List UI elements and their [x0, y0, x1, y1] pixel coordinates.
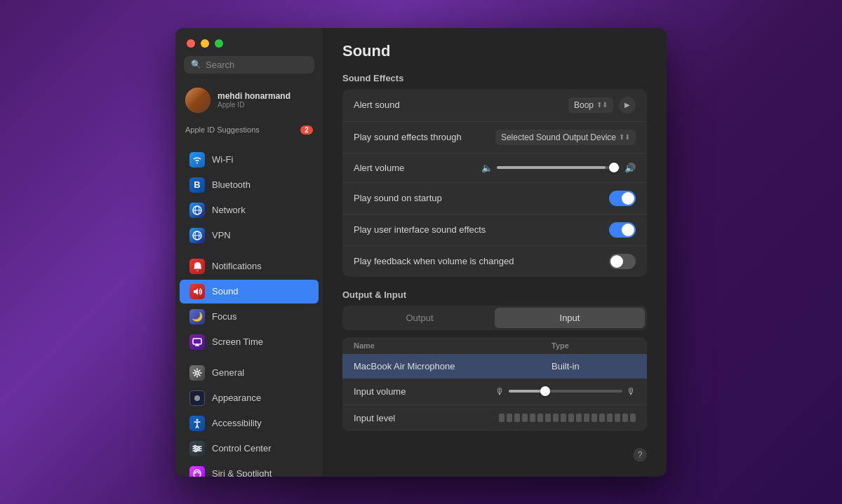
avatar: [185, 88, 210, 113]
main-window: 🔍 mehdi honarmand Apple ID Apple ID Sugg…: [175, 28, 667, 477]
level-bar-4: [522, 414, 528, 422]
alert-sound-play-button[interactable]: ▶: [619, 97, 636, 114]
output-input-title: Output & Input: [342, 290, 647, 300]
feedback-volume-row: Play feedback when volume is changed: [342, 246, 647, 277]
col-type-header: Type: [552, 341, 636, 350]
level-bar-8: [553, 414, 559, 422]
level-bar-2: [507, 414, 512, 422]
sidebar: 🔍 mehdi honarmand Apple ID Apple ID Sugg…: [175, 28, 323, 477]
svg-point-10: [196, 372, 199, 374]
input-volume-slider-container: 🎙 🎙: [495, 386, 636, 397]
svg-marker-6: [194, 288, 198, 295]
volume-high-icon: 🔊: [624, 163, 636, 173]
appearance-icon: [189, 390, 205, 406]
sidebar-item-focus[interactable]: 🌙 Focus: [180, 305, 319, 329]
level-bar-6: [537, 414, 543, 422]
ui-sounds-toggle[interactable]: [609, 222, 636, 238]
siri-icon: [189, 466, 205, 477]
alert-volume-track[interactable]: [497, 166, 620, 169]
sidebar-item-accessibility[interactable]: Accessibility: [180, 411, 319, 435]
vpn-icon: [189, 228, 205, 243]
sound-icon: [189, 284, 205, 299]
sidebar-item-wifi[interactable]: Wi-Fi: [180, 148, 319, 172]
output-input-tabs: Output Input: [342, 306, 647, 330]
minimize-button[interactable]: [201, 39, 209, 48]
sidebar-item-notifications[interactable]: Notifications: [180, 254, 319, 278]
sidebar-item-vpn[interactable]: VPN: [180, 224, 319, 247]
svg-point-16: [194, 445, 196, 447]
svg-point-12: [196, 418, 199, 421]
input-device-card: Name Type MacBook Air Microphone Built-i…: [342, 337, 647, 431]
svg-point-17: [198, 447, 200, 449]
sidebar-item-sound[interactable]: Sound: [180, 280, 319, 304]
alert-sound-dropdown[interactable]: Boop ⬆⬇: [568, 97, 613, 113]
sidebar-label-wifi: Wi-Fi: [212, 154, 233, 165]
accessibility-icon: [189, 416, 205, 431]
sound-effects-title: Sound Effects: [342, 73, 647, 83]
user-subtitle: Apple ID: [218, 101, 313, 109]
sidebar-label-focus: Focus: [212, 311, 236, 322]
level-bar-3: [514, 414, 520, 422]
level-bar-7: [545, 414, 551, 422]
input-level-label: Input level: [354, 413, 395, 423]
sidebar-item-general[interactable]: General: [180, 361, 319, 385]
level-bar-17: [622, 414, 628, 422]
apple-id-badge: 2: [300, 125, 313, 135]
user-info: mehdi honarmand Apple ID: [218, 91, 313, 109]
tab-input[interactable]: Input: [495, 308, 645, 328]
alert-volume-row: Alert volume 🔈 🔊: [342, 154, 647, 183]
alert-volume-slider-container: 🔈 🔊: [481, 163, 636, 173]
level-bar-11: [576, 414, 582, 422]
sound-effects-card: Alert sound Boop ⬆⬇ ▶ Play sound effects…: [342, 89, 647, 277]
alert-sound-label: Alert sound: [354, 100, 400, 110]
device-name: MacBook Air Microphone: [354, 361, 552, 372]
play-through-dropdown[interactable]: Selected Sound Output Device ⬆⬇: [495, 130, 636, 145]
col-name-header: Name: [354, 341, 552, 350]
sidebar-label-controlcenter: Control Center: [212, 443, 272, 454]
input-volume-label: Input volume: [354, 386, 406, 397]
level-bar-5: [530, 414, 535, 422]
user-section[interactable]: mehdi honarmand Apple ID: [175, 82, 323, 120]
search-box[interactable]: 🔍: [184, 56, 314, 74]
sidebar-label-sound: Sound: [212, 286, 239, 297]
play-through-control: Selected Sound Output Device ⬆⬇: [495, 130, 636, 145]
main-content: Sound Sound Effects Alert sound Boop ⬆⬇ …: [323, 28, 667, 477]
sidebar-item-bluetooth[interactable]: B Bluetooth: [180, 173, 319, 197]
sidebar-item-network[interactable]: Network: [180, 198, 319, 222]
sidebar-label-general: General: [212, 367, 244, 378]
input-volume-row: Input volume 🎙 🎙: [342, 379, 647, 405]
sidebar-label-screentime: Screen Time: [212, 336, 263, 347]
help-button[interactable]: ?: [633, 448, 647, 462]
ui-sounds-row: Play user interface sound effects: [342, 214, 647, 246]
level-bar-16: [615, 414, 620, 422]
input-volume-icon-right: 🎙: [627, 386, 636, 397]
sidebar-item-appearance[interactable]: Appearance: [180, 386, 319, 410]
startup-sound-toggle[interactable]: [609, 191, 636, 206]
play-through-label: Play sound effects through: [354, 132, 462, 142]
feedback-volume-toggle[interactable]: [609, 254, 636, 269]
maximize-button[interactable]: [215, 39, 223, 48]
volume-low-icon: 🔈: [481, 163, 493, 173]
close-button[interactable]: [187, 39, 195, 48]
page-title: Sound: [342, 42, 647, 60]
tab-output[interactable]: Output: [345, 308, 495, 328]
sidebar-item-siri[interactable]: Siri & Spotlight: [180, 462, 319, 477]
search-icon: 🔍: [191, 60, 201, 69]
sidebar-label-vpn: VPN: [212, 230, 231, 240]
network-icon: [189, 203, 205, 218]
level-bar-10: [568, 414, 574, 422]
user-name: mehdi honarmand: [218, 91, 313, 101]
wifi-icon: [189, 152, 205, 168]
sidebar-item-controlcenter[interactable]: Control Center: [180, 437, 319, 461]
titlebar: [175, 28, 323, 56]
general-icon: [189, 365, 205, 381]
svg-point-11: [194, 395, 200, 401]
sidebar-label-network: Network: [212, 205, 246, 215]
device-row[interactable]: MacBook Air Microphone Built-in: [342, 354, 647, 379]
sidebar-label-notifications: Notifications: [212, 261, 262, 271]
input-volume-track[interactable]: [509, 390, 622, 393]
search-input[interactable]: [206, 60, 307, 70]
sidebar-label-accessibility: Accessibility: [212, 418, 262, 428]
apple-id-section: Apple ID Suggestions 2: [175, 120, 323, 142]
sidebar-item-screentime[interactable]: Screen Time: [180, 330, 319, 354]
